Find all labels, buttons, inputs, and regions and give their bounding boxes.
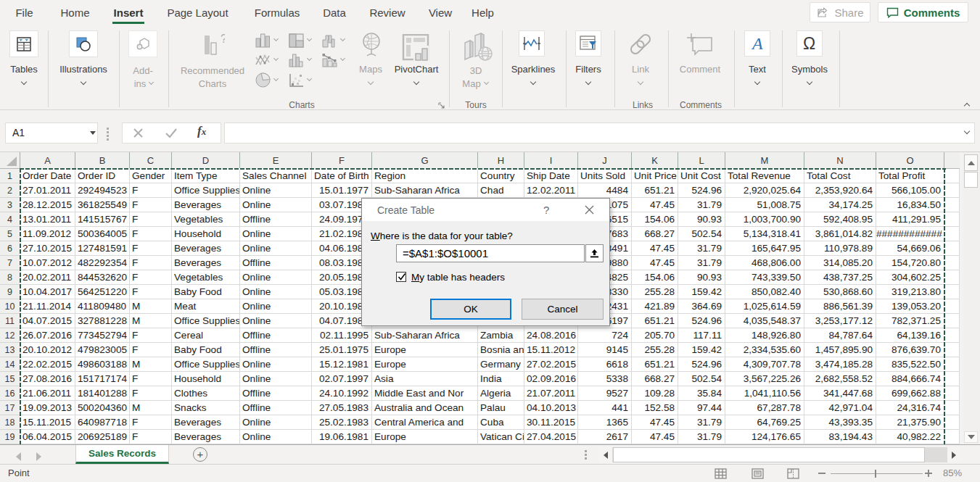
svg-text:?: ? xyxy=(221,33,225,45)
svg-text:Ω: Ω xyxy=(803,34,815,53)
svg-text:A: A xyxy=(751,35,763,52)
